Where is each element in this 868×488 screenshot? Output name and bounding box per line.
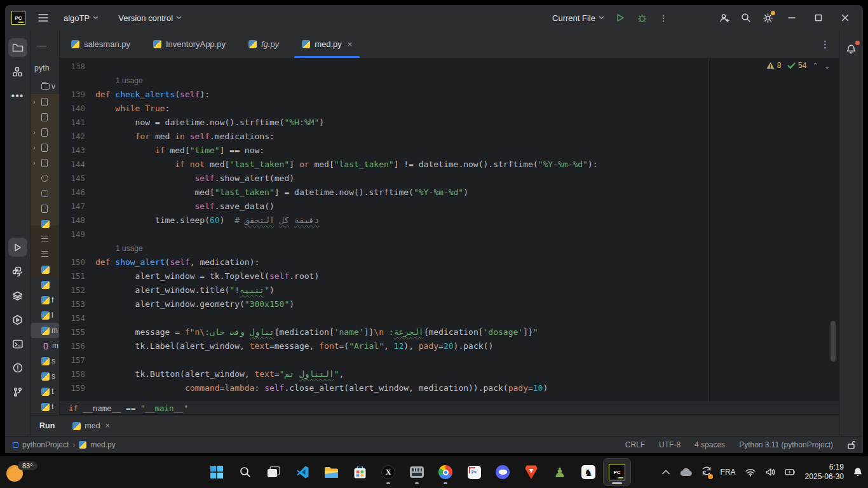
tree-item[interactable] — [31, 109, 59, 125]
minimize-button[interactable] — [779, 8, 804, 27]
terminal-tool-button[interactable] — [8, 334, 27, 353]
code-line[interactable]: 147 self.save_data() — [60, 200, 839, 214]
settings-button[interactable] — [757, 9, 778, 27]
tree-item-t[interactable]: t — [31, 384, 59, 399]
tree-item[interactable] — [31, 231, 59, 247]
tab-salesman[interactable]: salesman.py — [60, 30, 142, 58]
line-separator-widget[interactable]: CRLF — [625, 440, 645, 449]
more-actions-button[interactable]: ⋮ — [653, 9, 674, 27]
services-tool-button[interactable] — [8, 310, 27, 329]
indent-widget[interactable]: 4 spaces — [695, 440, 725, 449]
tree-item-t[interactable]: t — [31, 399, 59, 414]
tree-item-f[interactable]: f — [31, 292, 59, 308]
tree-chevron-icon[interactable]: › — [33, 159, 39, 166]
code-with-me-button[interactable] — [714, 9, 735, 27]
tree-item[interactable] — [31, 201, 59, 216]
unlock-icon[interactable] — [847, 440, 855, 449]
code-line[interactable]: 140 while True: — [60, 102, 839, 116]
pycharm-logo-icon[interactable]: PC — [11, 11, 25, 25]
code-line[interactable]: 155 message = f"n\:حان وقت تناول{medicat… — [60, 325, 839, 339]
chess-pawn-taskbar-button[interactable]: ♟ — [546, 459, 573, 485]
volume-icon[interactable] — [765, 468, 776, 477]
tab-options-button[interactable]: ⋮ — [811, 30, 839, 58]
pycharm-taskbar-button[interactable]: PC — [604, 459, 630, 485]
code-line[interactable]: 148 time.sleep(60) # التحقق كل دقيقة — [60, 214, 839, 227]
code-line[interactable]: 152 alert_window.title("!تنبيه") — [60, 283, 839, 297]
snipping-tool-taskbar-button[interactable]: ✂ — [461, 459, 487, 485]
tree-item-i[interactable]: i — [31, 308, 59, 323]
code-line[interactable]: 149 — [60, 227, 839, 241]
run-tool-window-title[interactable]: Run — [39, 421, 55, 430]
inspections-widget[interactable]: 8 54 ⌃ ⌃ — [766, 61, 830, 70]
keyboard-app-taskbar-button[interactable] — [403, 459, 430, 485]
breadcrumb-project[interactable]: pythonProject — [22, 440, 69, 449]
code-line[interactable]: 156 tk.Label(alert_window, text=message,… — [60, 339, 839, 353]
encoding-widget[interactable]: UTF-8 — [659, 440, 681, 449]
tree-item[interactable]: › — [31, 155, 59, 170]
tree-item[interactable]: › — [31, 94, 59, 109]
tab-inventoryapp[interactable]: InventoryApp.py — [142, 30, 237, 58]
tree-chevron-icon[interactable]: › — [33, 128, 39, 136]
packages-tool-button[interactable] — [8, 286, 27, 305]
tree-item-s[interactable]: s — [31, 353, 59, 369]
main-menu-button[interactable] — [33, 9, 53, 27]
maximize-button[interactable] — [806, 8, 831, 27]
breadcrumb[interactable]: pythonProject › med.py — [13, 440, 116, 449]
start-taskbar-button[interactable] — [203, 459, 230, 485]
tree-item[interactable] — [31, 216, 59, 231]
run-button[interactable] — [610, 9, 630, 27]
code-editor[interactable]: 1381 usage139def check_alerts(self):140 … — [60, 58, 839, 415]
tree-chevron-icon[interactable]: › — [33, 98, 39, 105]
vscode-taskbar-button[interactable] — [289, 459, 316, 485]
microsoft-store-taskbar-button[interactable] — [346, 459, 373, 485]
code-line[interactable]: 159 command=lambda: self.close_alert(ale… — [60, 381, 839, 395]
notifications-button[interactable] — [842, 39, 861, 58]
tree-item[interactable]: › — [31, 125, 59, 140]
weather-widget[interactable]: 83° — [6, 461, 37, 482]
tree-item[interactable] — [31, 247, 59, 262]
code-line[interactable]: 153 alert_window.geometry("300x150") — [60, 297, 839, 311]
tree-item[interactable] — [31, 170, 59, 186]
code-line[interactable]: 151 alert_window = tk.Toplevel(self.root… — [60, 269, 839, 283]
battery-icon[interactable] — [785, 468, 796, 477]
code-line[interactable]: 139def check_alerts(self): — [60, 88, 839, 102]
task-view-taskbar-button[interactable] — [261, 459, 287, 485]
editor-scrollbar[interactable] — [831, 321, 836, 362]
code-line[interactable]: 150def show_alert(self, medication): — [60, 255, 839, 269]
code-line[interactable]: 154 — [60, 311, 839, 325]
code-line[interactable]: 144 if not med["last_taken"] or med["las… — [60, 158, 839, 172]
language-indicator[interactable]: FRA — [721, 468, 736, 477]
close-tab-icon[interactable]: × — [348, 39, 353, 49]
tree-item-v[interactable]: v — [31, 79, 59, 94]
project-widget[interactable]: algoTP — [58, 10, 103, 27]
vcs-widget[interactable]: Version control — [113, 10, 186, 27]
discord-taskbar-button[interactable] — [489, 459, 516, 485]
python-console-button[interactable] — [8, 262, 27, 281]
breadcrumb-file[interactable]: med.py — [90, 440, 115, 449]
tree-item-m[interactable]: m — [31, 323, 59, 338]
usage-hint-line[interactable]: 1 usage — [60, 74, 839, 88]
tree-item[interactable] — [31, 262, 59, 277]
project-panel[interactable]: — pyth v››››fim{}msstt — [31, 30, 60, 415]
sticky-line[interactable]: if __name__ == "__main__" — [60, 402, 839, 415]
code-line[interactable]: 157 — [60, 353, 839, 367]
next-problem-button[interactable]: ⌃ — [824, 62, 830, 70]
problems-tool-button[interactable] — [8, 358, 27, 377]
project-tool-button[interactable] — [8, 38, 27, 57]
code-line[interactable]: 145 self.show_alert(med) — [60, 172, 839, 186]
search-everywhere-button[interactable] — [736, 9, 756, 27]
run-tool-button[interactable] — [8, 238, 27, 257]
code-line[interactable]: 158 tk.Button(alert_window, text="تم الت… — [60, 367, 839, 381]
brave-taskbar-button[interactable] — [518, 459, 545, 485]
onedrive-icon[interactable] — [679, 468, 693, 477]
tree-item-m[interactable]: {}m — [31, 338, 59, 353]
run-config-selector[interactable]: Current File — [547, 10, 609, 27]
tab-med[interactable]: med.py × — [290, 30, 363, 58]
notification-bell-icon[interactable] — [853, 467, 863, 478]
prev-problem-button[interactable]: ⌃ — [813, 62, 818, 70]
code-line[interactable]: 142 for med in self.medications: — [60, 130, 839, 144]
interpreter-widget[interactable]: Python 3.11 (pythonProject) — [739, 440, 833, 449]
tree-item-s[interactable]: s — [31, 369, 59, 384]
tree-item[interactable] — [31, 186, 59, 201]
clock-widget[interactable]: 6:19 2025-06-30 — [805, 463, 844, 482]
